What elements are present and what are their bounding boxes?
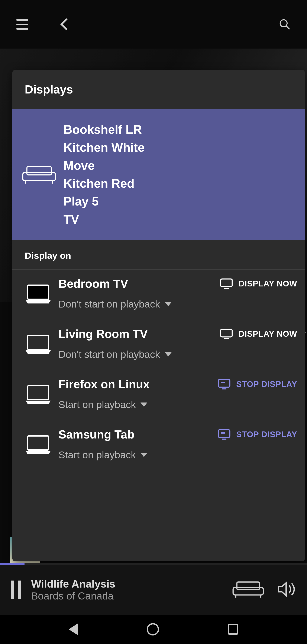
svg-rect-12 <box>221 329 232 337</box>
chevron-down-icon <box>165 352 172 356</box>
action-label: STOP DISPLAY <box>236 380 297 389</box>
pause-icon <box>11 580 14 599</box>
chevron-down-icon <box>141 453 147 457</box>
group-name: Play 5 <box>64 193 145 210</box>
stop-display-button[interactable]: STOP DISPLAY <box>217 429 297 440</box>
group-name: TV <box>64 211 145 228</box>
playback-mode-label: Start on playback <box>58 399 136 410</box>
svg-line-1 <box>286 26 289 29</box>
android-back-button[interactable] <box>69 623 78 635</box>
chevron-down-icon <box>141 402 147 407</box>
now-playing-title: Wildlife Analysis <box>31 578 221 590</box>
now-playing-meta: Wildlife Analysis Boards of Canada <box>31 578 221 602</box>
android-recents-button[interactable] <box>228 624 238 635</box>
screen-icon <box>220 278 233 289</box>
display-name: Living Room TV <box>58 327 218 341</box>
action-label: DISPLAY NOW <box>238 279 297 288</box>
playback-mode-label: Start on playback <box>58 449 136 461</box>
screen-active-icon <box>217 429 231 440</box>
display-name: Firefox on Linux <box>58 377 215 391</box>
display-now-button[interactable]: DISPLAY NOW <box>220 278 297 289</box>
display-name: Samsung Tab <box>58 428 215 441</box>
display-list: Bedroom TV DISPLAY NOW Don't start on pl… <box>12 270 305 561</box>
group-name: Kitchen White <box>64 139 145 156</box>
laptop-icon <box>20 383 56 405</box>
section-label: Display on <box>12 240 305 270</box>
playback-mode-label: Don't start on playback <box>58 348 160 360</box>
progress-fill <box>0 563 25 565</box>
progress-bar[interactable] <box>0 563 307 565</box>
screen-icon <box>220 328 233 340</box>
action-label: STOP DISPLAY <box>236 430 297 439</box>
volume-icon <box>275 578 296 600</box>
display-now-button[interactable]: DISPLAY NOW <box>220 328 297 340</box>
svg-rect-16 <box>221 382 225 383</box>
modal-title: Displays <box>12 70 305 108</box>
displays-modal: Displays Bookshelf LR Kitchen White Move… <box>12 70 305 561</box>
chevron-down-icon <box>165 302 172 306</box>
playback-mode-select[interactable]: Start on playback <box>58 399 297 410</box>
search-button[interactable] <box>273 12 296 36</box>
android-home-button[interactable] <box>147 623 159 636</box>
group-names: Bookshelf LR Kitchen White Move Kitchen … <box>64 121 145 228</box>
search-icon <box>279 18 290 30</box>
playback-mode-label: Don't start on playback <box>58 298 160 310</box>
screen-active-icon <box>217 379 231 390</box>
now-playing-artist: Boards of Canada <box>31 590 221 602</box>
svg-point-0 <box>280 20 287 27</box>
couch-icon <box>21 164 57 185</box>
display-item: Firefox on Linux STOP DISPLAY Start on p… <box>12 370 305 420</box>
laptop-icon <box>20 433 56 456</box>
svg-rect-2 <box>27 166 51 175</box>
playback-mode-select[interactable]: Start on playback <box>58 449 297 461</box>
menu-button[interactable] <box>11 12 34 36</box>
now-playing-bar[interactable]: Wildlife Analysis Boards of Canada <box>0 565 307 614</box>
stop-display-button[interactable]: STOP DISPLAY <box>217 379 297 390</box>
playback-mode-select[interactable]: Don't start on playback <box>58 298 297 310</box>
svg-rect-11 <box>28 336 49 350</box>
output-device-button[interactable] <box>231 580 265 599</box>
svg-rect-20 <box>221 432 225 434</box>
action-label: DISPLAY NOW <box>238 330 297 338</box>
svg-rect-9 <box>221 279 232 287</box>
display-name: Bedroom TV <box>58 277 218 290</box>
display-item: Bedroom TV DISPLAY NOW Don't start on pl… <box>12 270 305 320</box>
android-nav-bar <box>0 614 307 644</box>
pause-button[interactable] <box>11 580 21 599</box>
volume-button[interactable] <box>275 578 296 601</box>
active-group-card[interactable]: Bookshelf LR Kitchen White Move Kitchen … <box>12 108 305 240</box>
hamburger-icon <box>17 19 28 30</box>
laptop-icon <box>20 282 56 305</box>
chevron-left-icon <box>60 18 73 30</box>
svg-rect-23 <box>233 587 263 595</box>
display-item: Samsung Tab STOP DISPLAY Start on playba… <box>12 420 305 470</box>
group-name: Bookshelf LR <box>64 121 145 138</box>
back-button[interactable] <box>53 12 77 36</box>
svg-rect-22 <box>237 582 259 590</box>
display-item: Living Room TV DISPLAY NOW Don't start o… <box>12 320 305 370</box>
svg-rect-14 <box>28 386 49 400</box>
app-bar <box>0 0 307 48</box>
svg-rect-3 <box>23 172 55 180</box>
group-name: Move <box>64 157 145 174</box>
playback-mode-select[interactable]: Don't start on playback <box>58 348 297 360</box>
svg-rect-7 <box>28 285 49 299</box>
couch-icon <box>231 580 265 598</box>
laptop-icon <box>20 332 56 355</box>
group-name: Kitchen Red <box>64 175 145 192</box>
svg-rect-18 <box>28 436 49 450</box>
